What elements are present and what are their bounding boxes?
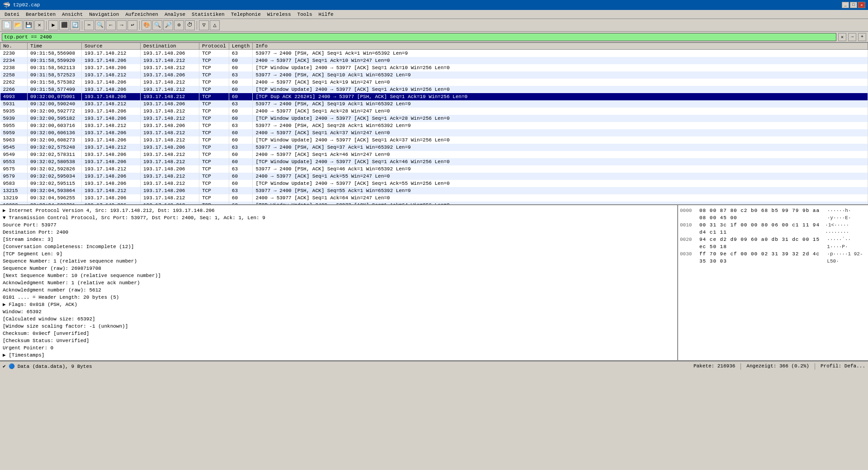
close-capture-button[interactable]: ✕ bbox=[34, 20, 44, 30]
menu-hilfe[interactable]: Hilfe bbox=[316, 11, 336, 18]
table-cell: 193.17.148.212 bbox=[141, 64, 199, 71]
table-cell: 193.17.148.212 bbox=[141, 57, 199, 64]
back-button[interactable]: ← bbox=[106, 20, 116, 30]
zoom-reset-button[interactable]: ⊙ bbox=[174, 20, 184, 30]
menu-navigation[interactable]: Navigation bbox=[86, 11, 122, 18]
table-cell: 63 bbox=[229, 122, 253, 129]
save-button[interactable]: 💾 bbox=[24, 20, 33, 30]
table-row[interactable]: 595509:32:00,603716193.17.148.212193.17.… bbox=[0, 122, 868, 129]
table-row[interactable]: 1321909:32:04,596255193.17.148.206193.17… bbox=[0, 194, 868, 202]
table-row[interactable]: 957509:32:02,592826193.17.148.212193.17.… bbox=[0, 165, 868, 173]
table-cell: 09:32:00,608273 bbox=[28, 136, 82, 144]
table-cell: 193.17.148.206 bbox=[82, 158, 141, 165]
zoom-out-button[interactable]: 🔎 bbox=[163, 20, 173, 30]
hex-view-pane[interactable]: 000008 00 87 80 c2 b0 68 b5 99 79 9b aa … bbox=[678, 205, 868, 360]
table-row[interactable]: 955309:32:02,580538193.17.148.206193.17.… bbox=[0, 158, 868, 165]
table-row[interactable]: 593109:32:00,590240193.17.148.212193.17.… bbox=[0, 100, 868, 108]
menu-statistiken[interactable]: Statistiken bbox=[189, 11, 227, 18]
table-cell: 09:32:00,595182 bbox=[28, 115, 82, 122]
table-cell: 193.17.148.212 bbox=[141, 151, 199, 158]
new-capture-button[interactable]: 📄 bbox=[2, 20, 12, 30]
time-ref-button[interactable]: ⏱ bbox=[185, 20, 195, 30]
table-cell: 09:32:02,580538 bbox=[28, 158, 82, 165]
title-bar: 🦈 t2p02.cap _ □ ✕ bbox=[0, 0, 868, 10]
edit-options-button[interactable]: ✂ bbox=[84, 20, 94, 30]
hex-offset: 0020 bbox=[680, 236, 696, 250]
menu-analyse[interactable]: Analyse bbox=[162, 11, 188, 18]
packet-detail-pane[interactable]: ▶ Internet Protocol Version 4, Src: 193.… bbox=[0, 205, 678, 360]
table-row[interactable]: 593909:32:00,595182193.17.148.206193.17.… bbox=[0, 115, 868, 122]
colorize-button[interactable]: 🎨 bbox=[142, 20, 151, 30]
table-cell: 193.17.148.212 bbox=[82, 165, 141, 173]
table-row[interactable]: 954909:32:02,578311193.17.148.206193.17.… bbox=[0, 151, 868, 158]
maximize-button[interactable]: □ bbox=[850, 2, 857, 8]
table-cell: 193.17.148.206 bbox=[82, 202, 141, 206]
open-button[interactable]: 📂 bbox=[13, 20, 23, 30]
detail-line[interactable]: ▶ Flags: 0x018 (PSH, ACK) bbox=[2, 301, 675, 308]
menu-bearbeiten[interactable]: Bearbeiten bbox=[23, 11, 58, 18]
menu-tools[interactable]: Tools bbox=[295, 11, 315, 18]
table-cell: 53977 → 2400 [PSH, ACK] Seq=10 Ack=1 Win… bbox=[253, 71, 868, 79]
table-row[interactable]: 226609:31:58,577499193.17.148.206193.17.… bbox=[0, 86, 868, 93]
table-row[interactable]: 593509:32:00,592772193.17.148.206193.17.… bbox=[0, 108, 868, 115]
menu-ansicht[interactable]: Ansicht bbox=[59, 11, 85, 18]
col-header-dest[interactable]: Destination bbox=[141, 43, 199, 50]
collapse-button[interactable]: △ bbox=[210, 20, 220, 30]
table-row[interactable]: 223009:31:58,556908193.17.148.212193.17.… bbox=[0, 50, 868, 57]
table-cell: 193.17.148.206 bbox=[141, 50, 199, 57]
table-row[interactable]: 954509:32:02,575248193.17.148.212193.17.… bbox=[0, 144, 868, 151]
table-row[interactable]: 223409:31:58,559920193.17.148.206193.17.… bbox=[0, 57, 868, 64]
packet-list[interactable]: No. Time Source Destination Protocol Len… bbox=[0, 42, 868, 205]
table-cell: 09:32:04,598731 bbox=[28, 202, 82, 206]
detail-line[interactable]: ▼ Transmission Control Protocol, Src Por… bbox=[2, 214, 675, 221]
close-button[interactable]: ✕ bbox=[858, 2, 865, 8]
forward-button[interactable]: → bbox=[117, 20, 127, 30]
detail-line: [Calculated window size: 65392] bbox=[2, 315, 675, 323]
detail-line[interactable]: ▶ Internet Protocol Version 4, Src: 193.… bbox=[2, 207, 675, 214]
table-row[interactable]: 596309:32:00,608273193.17.148.206193.17.… bbox=[0, 136, 868, 144]
zoom-in-button[interactable]: 🔍 bbox=[152, 20, 162, 30]
filter-input[interactable]: tcp.port == 2400 bbox=[2, 33, 836, 41]
menu-telephonie[interactable]: Telephonie bbox=[228, 11, 264, 18]
table-row[interactable]: 499309:32:00,075001193.17.148.206193.17.… bbox=[0, 93, 868, 100]
detail-line[interactable]: ▶ [SEQ/ACK analysis] bbox=[2, 359, 675, 360]
col-header-proto[interactable]: Protocol bbox=[199, 43, 229, 50]
table-row[interactable]: 223809:31:58,562113193.17.148.206193.17.… bbox=[0, 64, 868, 71]
restart-button[interactable]: 🔄 bbox=[70, 20, 80, 30]
table-row[interactable]: 595909:32:00,606136193.17.148.206193.17.… bbox=[0, 129, 868, 136]
menu-aufzeichnen[interactable]: Aufzeichnen bbox=[123, 11, 161, 18]
table-row[interactable]: 1322309:32:04,598731193.17.148.206193.17… bbox=[0, 202, 868, 206]
table-cell: 193.17.148.206 bbox=[141, 144, 199, 151]
stop-capture-button[interactable]: ⬛ bbox=[59, 20, 69, 30]
table-cell: 09:31:58,577499 bbox=[28, 86, 82, 93]
filter-bookmark-button[interactable]: + bbox=[858, 33, 866, 41]
table-cell: TCP bbox=[199, 57, 229, 64]
start-capture-button[interactable]: ▶ bbox=[48, 20, 58, 30]
table-row[interactable]: 1321509:32:04,593864193.17.148.212193.17… bbox=[0, 187, 868, 194]
col-header-no[interactable]: No. bbox=[0, 43, 28, 50]
col-header-source[interactable]: Source bbox=[82, 43, 141, 50]
goto-button[interactable]: ↩ bbox=[127, 20, 137, 30]
table-row[interactable]: 225809:31:58,572523193.17.148.212193.17.… bbox=[0, 71, 868, 79]
detail-line[interactable]: ▶ [Timestamps] bbox=[2, 352, 675, 359]
table-row[interactable]: 226209:31:58,575382193.17.148.206193.17.… bbox=[0, 79, 868, 86]
table-cell: TCP bbox=[199, 122, 229, 129]
table-cell: 2400 → 53977 [ACK] Seq=1 Ack=10 Win=247 … bbox=[253, 57, 868, 64]
table-cell: TCP bbox=[199, 108, 229, 115]
minimize-button[interactable]: _ bbox=[842, 2, 849, 8]
col-header-info[interactable]: Info bbox=[253, 43, 868, 50]
col-header-length[interactable]: Length bbox=[229, 43, 253, 50]
filter-apply-button[interactable]: → bbox=[848, 33, 856, 41]
table-cell: 09:32:04,593864 bbox=[28, 187, 82, 194]
expand-subtrees-button[interactable]: ▽ bbox=[199, 20, 209, 30]
menu-datei[interactable]: Datei bbox=[2, 11, 22, 18]
table-cell: TCP bbox=[199, 71, 229, 79]
title-bar-title: t2p02.cap bbox=[13, 2, 40, 8]
filter-clear-button[interactable]: ✕ bbox=[838, 33, 846, 41]
find-button[interactable]: 🔍 bbox=[95, 20, 105, 30]
col-header-time[interactable]: Time bbox=[28, 43, 82, 50]
menu-wireless[interactable]: Wireless bbox=[264, 11, 294, 18]
table-row[interactable]: 957909:32:02,595034193.17.148.206193.17.… bbox=[0, 173, 868, 180]
table-cell: 09:32:02,578311 bbox=[28, 151, 82, 158]
table-row[interactable]: 958309:32:02,595115193.17.148.206193.17.… bbox=[0, 180, 868, 187]
